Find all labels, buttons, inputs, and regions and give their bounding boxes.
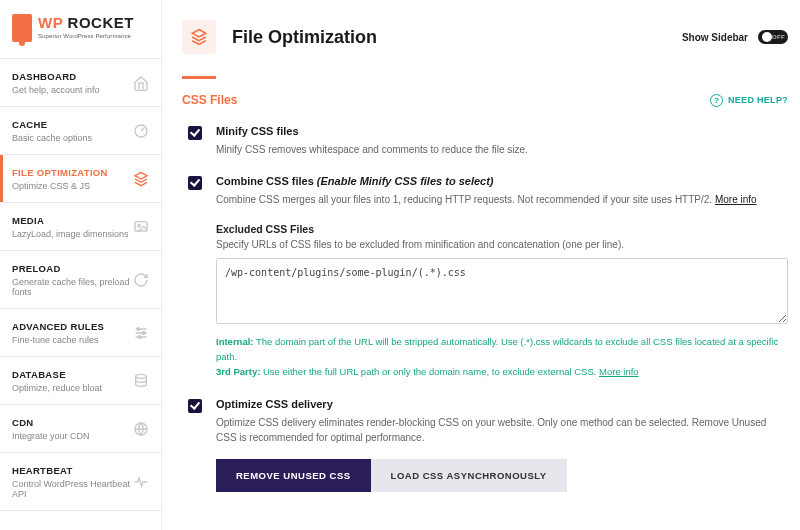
sidebar-item-preload[interactable]: PRELOADGenerate cache files, preload fon…: [0, 250, 161, 308]
sidebar-item-advanced-rules[interactable]: ADVANCED RULESFine-tune cache rules: [0, 308, 161, 356]
logo-text: WP ROCKET: [38, 14, 134, 31]
section-title: CSS Files: [182, 93, 237, 107]
load-css-async-button[interactable]: LOAD CSS ASYNCHRONOUSLY: [371, 459, 567, 492]
logo: WP ROCKET Superior WordPress Performance: [0, 0, 161, 58]
logo-tagline: Superior WordPress Performance: [38, 33, 134, 39]
sidebar-item-file-optimization[interactable]: FILE OPTIMIZATIONOptimize CSS & JS: [0, 154, 161, 202]
sidebar-item-cache[interactable]: CACHEBasic cache options: [0, 106, 161, 154]
show-sidebar-label: Show Sidebar: [682, 32, 748, 43]
combine-more-info-link[interactable]: More info: [715, 194, 757, 205]
svg-point-4: [142, 332, 145, 335]
svg-point-5: [138, 336, 141, 339]
show-sidebar-toggle[interactable]: OFF: [758, 30, 788, 44]
sidebar-item-database[interactable]: DATABASEOptimize, reduce bloat: [0, 356, 161, 404]
optimize-css-desc: Optimize CSS delivery eliminates render-…: [216, 415, 788, 445]
page-icon: [182, 20, 216, 54]
svg-point-3: [137, 328, 140, 331]
optimize-css-checkbox[interactable]: [188, 399, 202, 413]
remove-unused-css-button[interactable]: REMOVE UNUSED CSS: [216, 459, 371, 492]
third-party-more-info-link[interactable]: More info: [599, 366, 639, 377]
option-optimize-css-delivery: Optimize CSS delivery Optimize CSS deliv…: [188, 398, 788, 492]
combine-css-desc: Combine CSS merges all your files into 1…: [216, 192, 788, 207]
page-title: File Optimization: [232, 27, 377, 48]
sidebar-item-cdn[interactable]: CDNIntegrate your CDN: [0, 404, 161, 452]
nav: DASHBOARDGet help, account info CACHEBas…: [0, 58, 161, 530]
active-tab-indicator: [182, 76, 216, 79]
excluded-css-textarea[interactable]: /wp-content/plugins/some-plugin/(.*).css: [216, 258, 788, 324]
sidebar-item-heartbeat[interactable]: HEARTBEATControl WordPress Heartbeat API: [0, 452, 161, 511]
sidebar-item-dashboard[interactable]: DASHBOARDGet help, account info: [0, 58, 161, 106]
minify-css-checkbox[interactable]: [188, 126, 202, 140]
need-help-link[interactable]: ?NEED HELP?: [710, 94, 788, 107]
minify-css-desc: Minify CSS removes whitespace and commen…: [216, 142, 788, 157]
excluded-css-hints: Internal: The domain part of the URL wil…: [216, 334, 788, 380]
sidebar: WP ROCKET Superior WordPress Performance…: [0, 0, 162, 530]
database-icon: [133, 373, 149, 389]
excluded-css-heading: Excluded CSS Files: [216, 223, 788, 235]
combine-css-checkbox[interactable]: [188, 176, 202, 190]
sidebar-item-media[interactable]: MEDIALazyLoad, image dimensions: [0, 202, 161, 250]
minify-css-title: Minify CSS files: [216, 125, 788, 137]
heartbeat-icon: [133, 474, 149, 490]
rocket-icon: [12, 14, 32, 42]
main-content: File Optimization Show Sidebar OFF CSS F…: [162, 0, 800, 530]
gauge-icon: [133, 123, 149, 139]
home-icon: [133, 75, 149, 91]
sliders-icon: [133, 325, 149, 341]
globe-icon: [133, 421, 149, 437]
image-icon: [133, 219, 149, 235]
excluded-css-desc: Specify URLs of CSS files to be excluded…: [216, 239, 788, 250]
help-icon: ?: [710, 94, 723, 107]
page-header: File Optimization Show Sidebar OFF: [182, 0, 788, 54]
combine-css-title: Combine CSS files (Enable Minify CSS fil…: [216, 175, 788, 187]
optimize-css-title: Optimize CSS delivery: [216, 398, 788, 410]
refresh-icon: [133, 272, 149, 288]
option-minify-css: Minify CSS files Minify CSS removes whit…: [188, 125, 788, 157]
svg-point-2: [138, 224, 141, 227]
svg-point-6: [136, 374, 147, 378]
layers-icon: [133, 171, 149, 187]
option-combine-css: Combine CSS files (Enable Minify CSS fil…: [188, 175, 788, 380]
